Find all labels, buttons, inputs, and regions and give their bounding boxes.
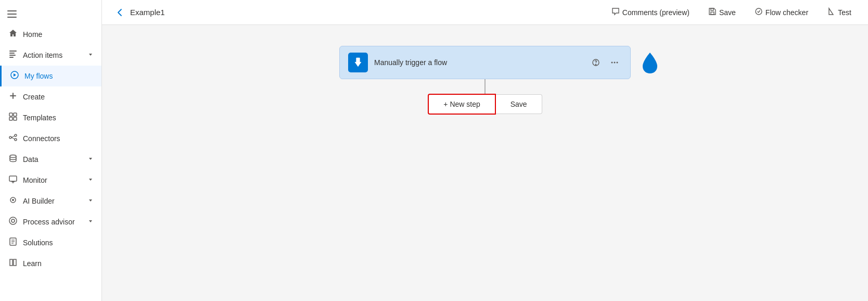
sidebar-item-action-items[interactable]: Action items	[0, 45, 101, 66]
chevron-down-icon	[88, 156, 93, 162]
flow-checker-button[interactable]: Flow checker	[750, 5, 812, 20]
svg-rect-3	[9, 51, 17, 52]
svg-line-18	[11, 137, 15, 139]
svg-rect-4	[9, 53, 15, 54]
test-button[interactable]: Test	[823, 5, 856, 20]
sidebar-item-label-home: Home	[23, 30, 93, 39]
flow-checker-icon	[755, 7, 763, 18]
trigger-actions	[589, 55, 622, 70]
sidebar-item-process-advisor[interactable]: Process advisor	[0, 211, 101, 232]
ai-builder-icon	[8, 196, 18, 206]
save-icon	[708, 7, 717, 18]
svg-point-26	[11, 219, 15, 222]
action-items-icon	[8, 50, 18, 60]
sidebar-item-data[interactable]: Data	[0, 149, 101, 170]
flow-checker-label: Flow checker	[765, 8, 808, 17]
hamburger-menu[interactable]	[0, 4, 101, 24]
sidebar-item-create[interactable]: Create	[0, 86, 101, 107]
process-advisor-icon	[8, 217, 18, 227]
svg-line-17	[11, 136, 15, 137]
trigger-title: Manually trigger a flow	[374, 58, 582, 67]
connectors-icon	[8, 133, 18, 144]
home-icon	[8, 29, 18, 40]
svg-point-37	[614, 62, 616, 64]
more-icon	[610, 58, 619, 67]
svg-point-19	[10, 155, 16, 158]
trigger-more-button[interactable]	[607, 55, 622, 70]
help-icon	[592, 58, 600, 67]
monitor-icon	[8, 175, 18, 185]
sidebar-item-my-flows[interactable]: My flows	[0, 66, 101, 86]
sidebar-item-label-solutions: Solutions	[23, 239, 93, 247]
create-icon	[8, 92, 18, 102]
svg-point-36	[611, 62, 613, 64]
svg-point-16	[15, 139, 17, 141]
main-area: Example1 Comments (preview)	[102, 0, 868, 301]
sidebar-item-label-ai-builder: AI Builder	[23, 197, 83, 205]
connector-line	[484, 79, 486, 94]
comments-icon	[611, 7, 620, 18]
svg-point-33	[756, 8, 762, 15]
svg-rect-20	[9, 176, 17, 181]
topbar-right: Comments (preview) Save	[607, 5, 856, 20]
sidebar-item-label-templates: Templates	[23, 114, 93, 122]
sidebar-item-ai-builder[interactable]: AI Builder	[0, 191, 101, 211]
svg-rect-2	[7, 17, 17, 18]
topbar: Example1 Comments (preview)	[102, 0, 868, 25]
svg-rect-6	[9, 57, 14, 58]
trigger-icon	[352, 57, 364, 68]
svg-rect-31	[711, 12, 714, 15]
svg-rect-10	[9, 113, 12, 116]
droplet-decoration	[641, 52, 659, 77]
svg-point-25	[9, 217, 17, 224]
data-icon	[8, 154, 18, 165]
svg-point-24	[12, 199, 14, 201]
solutions-icon	[8, 237, 18, 248]
sidebar-item-label-connectors: Connectors	[23, 134, 93, 143]
page-title: Example1	[130, 8, 165, 17]
sidebar-item-label-data: Data	[23, 155, 83, 164]
test-icon	[827, 7, 835, 18]
sidebar-item-templates[interactable]: Templates	[0, 107, 101, 128]
svg-rect-11	[14, 113, 17, 116]
save-button[interactable]: Save	[704, 5, 740, 20]
svg-rect-1	[7, 14, 17, 15]
sidebar-item-label-action-items: Action items	[23, 51, 83, 59]
sidebar-item-monitor[interactable]: Monitor	[0, 170, 101, 191]
sidebar-item-home[interactable]: Home	[0, 24, 101, 45]
trigger-card[interactable]: Manually trigger a flow	[339, 46, 631, 79]
sidebar-item-solutions[interactable]: Solutions	[0, 232, 101, 253]
comments-button[interactable]: Comments (preview)	[607, 5, 694, 20]
comments-label: Comments (preview)	[622, 8, 690, 17]
svg-point-38	[617, 62, 618, 64]
topbar-left: Example1	[114, 7, 165, 18]
svg-point-14	[9, 136, 11, 139]
trigger-icon-box	[348, 53, 368, 72]
trigger-help-button[interactable]	[589, 55, 603, 70]
sidebar-item-label-my-flows: My flows	[24, 72, 93, 80]
sidebar-item-connectors[interactable]: Connectors	[0, 128, 101, 149]
chevron-down-icon	[88, 198, 93, 204]
new-step-button[interactable]: + New step	[428, 94, 495, 115]
my-flows-icon	[10, 71, 19, 81]
test-label: Test	[838, 8, 851, 17]
sidebar: HomeAction itemsMy flowsCreateTemplatesC…	[0, 0, 102, 301]
svg-rect-9	[10, 95, 16, 96]
step-buttons: + New step Save	[428, 94, 542, 115]
save-inline-button[interactable]: Save	[496, 94, 542, 114]
sidebar-item-label-learn: Learn	[23, 259, 93, 268]
svg-rect-21	[11, 181, 15, 182]
save-label: Save	[719, 8, 736, 17]
sidebar-item-label-create: Create	[23, 93, 93, 101]
back-button[interactable]	[114, 7, 125, 18]
svg-rect-12	[9, 117, 12, 120]
sidebar-item-learn[interactable]: Learn	[0, 253, 101, 274]
learn-icon	[8, 258, 18, 269]
svg-rect-32	[711, 8, 713, 10]
svg-point-35	[595, 64, 596, 65]
chevron-down-icon	[88, 177, 93, 183]
svg-rect-0	[7, 10, 17, 11]
svg-point-15	[15, 134, 17, 136]
sidebar-item-label-process-advisor: Process advisor	[23, 218, 83, 226]
chevron-down-icon	[88, 219, 93, 225]
